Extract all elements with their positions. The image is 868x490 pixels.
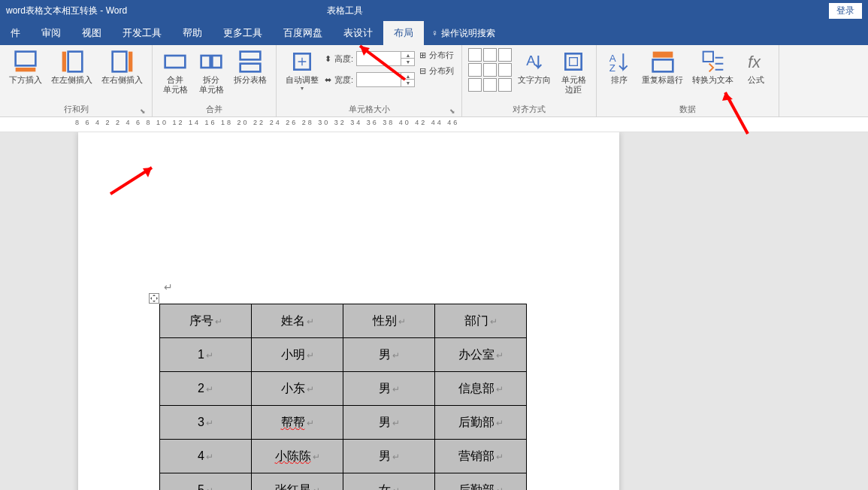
formula-button[interactable]: fx 公式 xyxy=(739,48,773,86)
lightbulb-icon: ♀ xyxy=(431,28,438,38)
document-area[interactable]: ↵ 序号↵ 姓名↵ 性别↵ 部门↵ 1↵小明↵男↵办公室↵ 2↵小东↵男↵信息部… xyxy=(0,132,868,490)
align-top-left[interactable] xyxy=(468,48,482,62)
tab-help[interactable]: 帮助 xyxy=(172,21,213,45)
insert-below-button[interactable]: 下方插入 xyxy=(6,48,45,86)
dist-cols-icon: ⊟ xyxy=(419,66,426,76)
svg-text:fx: fx xyxy=(748,53,761,71)
menubar: 件 审阅 视图 开发工具 帮助 更多工具 百度网盘 表设计 布局 ♀ 操作说明搜… xyxy=(0,21,868,45)
table-header-cell[interactable]: 序号↵ xyxy=(160,304,252,338)
table-move-handle[interactable] xyxy=(149,293,159,304)
paragraph-mark: ↵ xyxy=(164,281,173,293)
sort-icon: AZ xyxy=(607,50,631,74)
table-row: 5↵张红星↵女↵后勤部↵ xyxy=(160,473,527,491)
table-row: 3↵帮帮↵男↵后勤部↵ xyxy=(160,406,527,440)
ribbon-group-merge: 合并 单元格 拆分 单元格 拆分表格 合并 xyxy=(153,45,277,116)
cell-margins-icon xyxy=(561,50,585,74)
login-button[interactable]: 登录 xyxy=(829,3,862,19)
width-input[interactable] xyxy=(357,73,401,86)
group-label-cell-size: 单元格大小⬊ xyxy=(283,102,455,116)
align-bot-left[interactable] xyxy=(468,78,482,92)
svg-rect-9 xyxy=(240,52,261,60)
repeat-header-button[interactable]: 重复标题行 xyxy=(639,48,686,86)
table-header-cell[interactable]: 姓名↵ xyxy=(252,304,343,338)
width-down[interactable]: ▼ xyxy=(401,80,415,86)
ruler[interactable]: 8 6 4 2 2 4 6 8 10 12 14 16 18 20 22 24 … xyxy=(0,117,868,132)
tab-file[interactable]: 件 xyxy=(0,21,31,45)
height-down[interactable]: ▼ xyxy=(401,59,415,65)
align-mid-right[interactable] xyxy=(498,63,512,77)
tab-table-design[interactable]: 表设计 xyxy=(333,21,383,45)
autofit-icon xyxy=(290,50,314,74)
table-row: 1↵小明↵男↵办公室↵ xyxy=(160,338,527,372)
height-icon: ⬍ xyxy=(325,54,331,64)
text-direction-button[interactable]: A 文字方向 xyxy=(515,48,554,86)
ribbon-group-align: A 文字方向 单元格 边距 对齐方式 xyxy=(462,45,597,116)
merge-cells-button[interactable]: 合并 单元格 xyxy=(159,48,192,96)
autofit-button[interactable]: 自动调整 ▾ xyxy=(283,48,322,93)
split-table-button[interactable]: 拆分表格 xyxy=(231,48,270,86)
tab-view[interactable]: 视图 xyxy=(71,21,112,45)
svg-rect-6 xyxy=(165,56,186,68)
split-table-icon xyxy=(238,50,262,74)
ribbon-group-cell-size: 自动调整 ▾ ⬍ 高度: ▲▼ ⬌ 宽度: ▲▼ ⊞分布 xyxy=(277,45,462,116)
svg-text:Z: Z xyxy=(609,62,615,74)
sort-button[interactable]: AZ 排序 xyxy=(603,48,636,86)
alignment-grid xyxy=(468,48,512,92)
height-control: ⬍ 高度: ▲▼ xyxy=(325,51,415,66)
group-label-align: 对齐方式 xyxy=(468,102,590,116)
distribute-rows-button[interactable]: ⊞分布行 xyxy=(418,48,455,62)
dialog-launcher-cell-size[interactable]: ⬊ xyxy=(449,107,455,115)
insert-left-button[interactable]: 在左侧插入 xyxy=(48,48,95,86)
table-row: 序号↵ 姓名↵ 性别↵ 部门↵ xyxy=(160,304,527,338)
dist-rows-icon: ⊞ xyxy=(419,50,426,60)
dialog-launcher-rows-cols[interactable]: ⬊ xyxy=(140,107,146,115)
convert-to-text-icon xyxy=(701,50,725,74)
height-spinner[interactable]: ▲▼ xyxy=(356,51,415,66)
svg-rect-2 xyxy=(68,52,82,72)
svg-rect-14 xyxy=(570,58,578,66)
tell-me-search[interactable]: ♀ 操作说明搜索 xyxy=(431,27,495,40)
align-top-right[interactable] xyxy=(498,48,512,62)
svg-rect-17 xyxy=(652,52,673,58)
table-row: 4↵小陈陈↵男↵营销部↵ xyxy=(160,440,527,473)
insert-right-icon xyxy=(110,50,135,74)
svg-rect-4 xyxy=(112,52,126,72)
align-bot-right[interactable] xyxy=(498,78,512,92)
dropdown-icon: ▾ xyxy=(301,85,304,92)
cell-margins-button[interactable]: 单元格 边距 xyxy=(557,48,590,96)
tab-baidu[interactable]: 百度网盘 xyxy=(273,21,333,45)
table-header-cell[interactable]: 性别↵ xyxy=(343,304,435,338)
align-bot-center[interactable] xyxy=(483,78,497,92)
insert-below-icon xyxy=(14,50,38,74)
svg-rect-13 xyxy=(565,53,581,69)
height-up[interactable]: ▲ xyxy=(401,52,415,59)
group-label-data: 数据 xyxy=(603,102,773,116)
distribute-cols-button[interactable]: ⊟分布列 xyxy=(418,64,455,78)
width-control: ⬌ 宽度: ▲▼ xyxy=(325,72,415,87)
align-mid-center[interactable] xyxy=(483,63,497,77)
tab-layout[interactable]: 布局 xyxy=(383,21,424,45)
ruler-marks: 8 6 4 2 2 4 6 8 10 12 14 16 18 20 22 24 … xyxy=(75,119,459,126)
tab-dev[interactable]: 开发工具 xyxy=(112,21,172,45)
align-top-center[interactable] xyxy=(483,48,497,62)
formula-icon: fx xyxy=(744,50,768,74)
svg-rect-7 xyxy=(201,56,210,68)
split-cells-button[interactable]: 拆分 单元格 xyxy=(195,48,228,96)
table-header-cell[interactable]: 部门↵ xyxy=(435,304,527,338)
repeat-header-icon xyxy=(651,50,675,74)
width-up[interactable]: ▲ xyxy=(401,73,415,80)
tab-review[interactable]: 审阅 xyxy=(31,21,71,45)
insert-right-button[interactable]: 在右侧插入 xyxy=(98,48,146,86)
tab-more[interactable]: 更多工具 xyxy=(213,21,273,45)
search-placeholder: 操作说明搜索 xyxy=(441,27,495,40)
height-input[interactable] xyxy=(357,52,401,65)
convert-to-text-button[interactable]: 转换为文本 xyxy=(689,48,736,86)
svg-text:A: A xyxy=(526,53,536,68)
ribbon-group-data: AZ 排序 重复标题行 转换为文本 fx 公式 数据 xyxy=(597,45,779,116)
data-table[interactable]: 序号↵ 姓名↵ 性别↵ 部门↵ 1↵小明↵男↵办公室↵ 2↵小东↵男↵信息部↵ … xyxy=(159,304,527,490)
width-spinner[interactable]: ▲▼ xyxy=(356,72,415,87)
align-mid-left[interactable] xyxy=(468,63,482,77)
ribbon: 下方插入 在左侧插入 在右侧插入 行和列⬊ 合并 单元格 拆分 单元格 xyxy=(0,45,868,117)
svg-rect-8 xyxy=(212,56,221,68)
group-label-rows-cols: 行和列⬊ xyxy=(6,102,146,116)
